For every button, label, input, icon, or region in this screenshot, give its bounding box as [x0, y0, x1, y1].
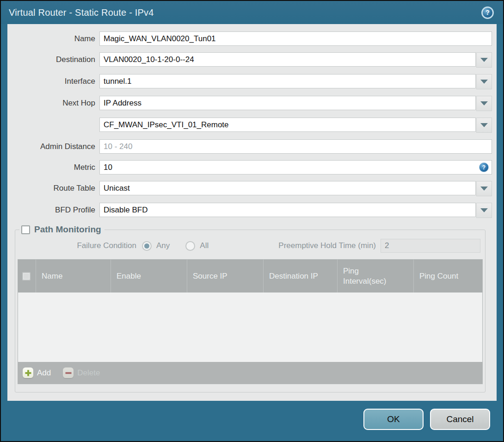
- next-hop-address-dropdown-button[interactable]: [476, 118, 492, 133]
- form-row-interface: Interface: [7, 74, 492, 89]
- failure-condition-label: Failure Condition: [18, 241, 142, 250]
- radio-all-icon[interactable]: [185, 241, 195, 251]
- preemptive-hold-time-input[interactable]: [381, 239, 480, 253]
- chevron-down-icon: [480, 187, 488, 191]
- admin-distance-input[interactable]: [99, 139, 492, 154]
- select-all-cell: [18, 260, 36, 293]
- path-monitoring-table: Name Enable Source IP Destination IP Pin…: [18, 259, 483, 384]
- cancel-button[interactable]: Cancel: [430, 409, 490, 430]
- dialog-footer: OK Cancel: [1, 401, 503, 441]
- next-hop-address-input[interactable]: [99, 118, 476, 132]
- radio-all-label: All: [200, 241, 209, 250]
- column-header-ping-interval[interactable]: Ping Interval(sec): [338, 260, 414, 293]
- name-input[interactable]: [99, 31, 492, 46]
- destination-label: Destination: [7, 52, 99, 67]
- destination-input[interactable]: [99, 52, 476, 67]
- form-row-admin-distance: Admin Distance: [7, 139, 492, 154]
- form-row-route-table: Route Table: [7, 181, 492, 196]
- bfd-profile-label: BFD Profile: [7, 203, 99, 217]
- destination-dropdown-button[interactable]: [476, 52, 492, 68]
- form-row-next-hop-address: [7, 118, 492, 133]
- path-monitoring-title: Path Monitoring: [34, 224, 101, 235]
- next-hop-type-input[interactable]: [99, 96, 476, 110]
- route-table-label: Route Table: [7, 181, 99, 195]
- metric-label: Metric: [7, 160, 99, 174]
- form-row-destination: Destination: [7, 52, 492, 68]
- add-button-label: Add: [37, 368, 51, 378]
- help-icon[interactable]: ?: [481, 6, 494, 19]
- dialog-titlebar: Virtual Router - Static Route - IPv4 ?: [1, 1, 503, 24]
- add-plus-icon: [23, 367, 33, 378]
- interface-label: Interface: [7, 74, 99, 88]
- path-monitoring-checkbox[interactable]: [21, 225, 30, 234]
- form-row-bfd-profile: BFD Profile: [7, 203, 492, 218]
- chevron-down-icon: [480, 208, 488, 212]
- metric-info-icon[interactable]: ?: [479, 162, 489, 172]
- metric-input[interactable]: [99, 160, 492, 174]
- column-header-name[interactable]: Name: [36, 260, 111, 293]
- column-header-destination-ip[interactable]: Destination IP: [264, 260, 338, 293]
- bfd-profile-dropdown-button[interactable]: [476, 203, 492, 218]
- column-header-enable[interactable]: Enable: [111, 260, 187, 293]
- delete-button[interactable]: Delete: [63, 367, 100, 378]
- form-row-metric: Metric ?: [7, 160, 492, 174]
- table-toolbar: Add Delete: [18, 362, 482, 384]
- next-hop-label: Next Hop: [7, 96, 99, 110]
- add-button[interactable]: Add: [23, 367, 51, 378]
- form-row-next-hop: Next Hop: [7, 96, 492, 111]
- path-monitoring-legend: Path Monitoring: [19, 224, 104, 235]
- chevron-down-icon: [480, 58, 488, 62]
- interface-dropdown-button[interactable]: [476, 74, 492, 89]
- static-route-dialog: Virtual Router - Static Route - IPv4 ? N…: [0, 0, 504, 442]
- radio-any-icon[interactable]: [142, 241, 152, 251]
- route-table-input[interactable]: [99, 181, 476, 195]
- admin-distance-label: Admin Distance: [7, 139, 99, 154]
- dialog-body: Name Destination Interface Next Hop: [7, 24, 497, 401]
- radio-any-label: Any: [156, 241, 170, 250]
- bfd-profile-input[interactable]: [99, 203, 476, 217]
- ok-button[interactable]: OK: [363, 409, 424, 430]
- table-body-empty[interactable]: [18, 293, 482, 362]
- delete-minus-icon: [63, 367, 74, 378]
- dialog-title: Virtual Router - Static Route - IPv4: [9, 7, 154, 18]
- chevron-down-icon: [480, 80, 488, 84]
- delete-button-label: Delete: [77, 368, 100, 378]
- path-monitoring-section: Path Monitoring Failure Condition Any Al…: [15, 224, 486, 392]
- chevron-down-icon: [480, 123, 488, 127]
- preemptive-hold-time-group: Preemptive Hold Time (min): [278, 239, 483, 253]
- failure-condition-all-option[interactable]: All: [185, 241, 209, 251]
- failure-condition-row: Failure Condition Any All Preemptive Hol…: [18, 238, 483, 253]
- chevron-down-icon: [480, 101, 488, 106]
- interface-input[interactable]: [99, 74, 476, 88]
- next-hop-type-dropdown-button[interactable]: [476, 96, 492, 111]
- failure-condition-any-option[interactable]: Any: [142, 241, 170, 251]
- route-table-dropdown-button[interactable]: [476, 181, 492, 196]
- table-header-row: Name Enable Source IP Destination IP Pin…: [18, 260, 482, 293]
- name-label: Name: [7, 31, 99, 46]
- column-header-source-ip[interactable]: Source IP: [187, 260, 264, 293]
- preemptive-hold-time-label: Preemptive Hold Time (min): [278, 241, 381, 250]
- column-header-ping-count[interactable]: Ping Count: [414, 260, 482, 293]
- select-all-checkbox[interactable]: [22, 272, 31, 280]
- form-row-name: Name: [7, 31, 492, 46]
